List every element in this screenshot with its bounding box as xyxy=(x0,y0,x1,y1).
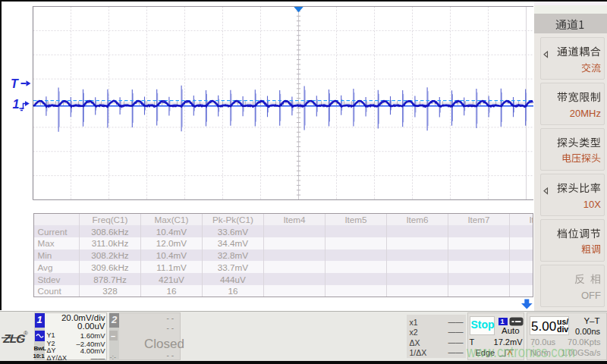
svg-text:®: ® xyxy=(24,330,28,337)
svg-text:T: T xyxy=(11,77,19,90)
svg-text:1: 1 xyxy=(13,98,20,111)
